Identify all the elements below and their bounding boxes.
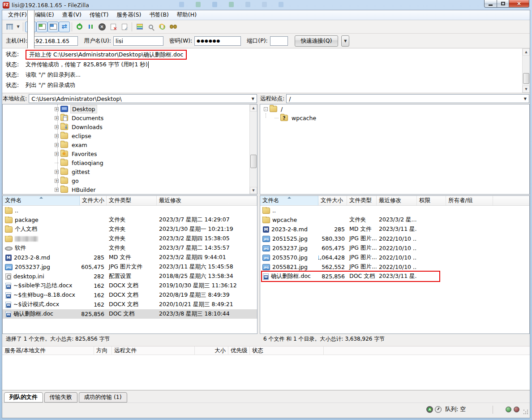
resize-grip[interactable] <box>523 410 529 415</box>
process-queue-button[interactable] <box>85 22 96 32</box>
file-row[interactable]: ~$设计模式.docx 162 DOCX 文档 2020/10/21 星期三 8… <box>3 300 257 309</box>
tree-item-wpcache[interactable]: wpcache <box>260 113 529 122</box>
tab-successful-transfers[interactable]: 成功的传输 (1) <box>79 392 127 403</box>
maximize-button[interactable] <box>497 0 509 8</box>
tree-item-desktop[interactable]: Desktop <box>3 104 257 113</box>
disconnect-button[interactable] <box>107 22 119 32</box>
minimize-button[interactable] <box>484 0 497 8</box>
expand-icon[interactable] <box>55 188 59 192</box>
queue-column-direction[interactable]: 方向 <box>94 346 112 355</box>
reconnect-button[interactable] <box>119 22 130 32</box>
tree-item-gittest[interactable]: gittest <box>3 167 257 176</box>
menu-help[interactable]: 帮助(H) <box>173 10 201 20</box>
expand-icon[interactable] <box>55 152 59 156</box>
toggle-remote-tree-button[interactable] <box>47 22 59 32</box>
close-button[interactable]: × <box>509 0 529 8</box>
expand-icon[interactable] <box>55 134 59 138</box>
file-row[interactable]: ~$sible学习总结.docx 162 DOCX 文档 2019/10/30 … <box>3 281 257 290</box>
scroll-down-icon[interactable]: ▼ <box>250 187 257 194</box>
queue-column-size[interactable]: 大小 <box>195 346 228 355</box>
expand-icon[interactable] <box>55 179 59 183</box>
log-scrollbar[interactable]: ▲ ▼ <box>522 48 530 93</box>
host-input[interactable] <box>30 36 78 46</box>
synchronized-browsing-button[interactable] <box>156 22 167 32</box>
tree-item-favorites[interactable]: Favorites <box>3 149 257 158</box>
column-header-filesize[interactable]: 文件大小 <box>318 196 347 205</box>
file-row[interactable]: wpcache 文件夹 2023/3/2 星... <box>260 215 529 225</box>
quickconnect-dropdown[interactable]: ▼ <box>341 35 349 47</box>
tree-item-documents[interactable]: Documents <box>3 113 257 122</box>
file-row[interactable]: 2023-2-8.md 285 MD 文件 2023/3/2 星期四 9:44:… <box>3 253 257 262</box>
file-row[interactable]: 文件夹 2023/3/2 星期四 15:38:05 <box>3 234 257 243</box>
expand-icon[interactable] <box>55 125 59 129</box>
queue-column-status[interactable]: 状态 <box>250 346 324 355</box>
toggle-log-view-button[interactable] <box>25 22 36 32</box>
quickconnect-button[interactable]: 快速连接(Q) <box>295 35 339 47</box>
column-header-filename[interactable]: 文件名 <box>3 196 80 205</box>
find-files-button[interactable] <box>167 22 179 32</box>
file-row-uploaded[interactable]: 确认删除框.doc 825,856 DOC 文档 2023/3/11 星... <box>260 272 529 281</box>
local-site-combobox[interactable]: C:\Users\Administrator\Desktop\ ▼ <box>29 94 257 103</box>
queue-column-priority[interactable]: 优先级 <box>228 346 250 355</box>
queue-column-server-local[interactable]: 服务器/本地文件 <box>2 346 94 355</box>
tree-item-downloads[interactable]: Downloads <box>3 122 257 131</box>
file-row[interactable]: 2051525.jpg 580,330 JPG 图片... 2022/10/10… <box>260 234 529 243</box>
column-header-owner[interactable]: 所有者/组 <box>446 196 493 205</box>
tree-item-go[interactable]: go <box>3 176 257 185</box>
column-header-filetype[interactable]: 文件类型 <box>347 196 377 205</box>
file-row[interactable]: .. <box>260 206 529 215</box>
scroll-up-icon[interactable]: ▲ <box>523 48 530 56</box>
expand-icon[interactable] <box>55 170 59 174</box>
local-tree-scrollbar[interactable]: ▲ ▼ <box>249 104 257 194</box>
tree-item-exam[interactable]: exam <box>3 140 257 149</box>
tab-queued-files[interactable]: 列队的文件 <box>4 392 43 403</box>
toggle-local-tree-button[interactable] <box>36 22 47 32</box>
file-row[interactable]: 2055821.jpg 562,552 JPG 图片... 2022/10/10… <box>260 262 529 272</box>
queue-list-empty[interactable] <box>2 355 530 390</box>
file-row[interactable]: 软件 文件夹 2023/3/7 星期二 14:35:57 <box>3 243 257 253</box>
file-row[interactable]: 2023-2-8.md 285 MD 文件 2023/3/11 星... <box>260 225 529 234</box>
scroll-up-icon[interactable]: ▲ <box>250 104 257 112</box>
file-row[interactable]: 个人文档 文件夹 2023/1/30 星期一 10:21:19 <box>3 225 257 234</box>
scroll-down-icon[interactable]: ▼ <box>523 86 530 93</box>
file-row-selected[interactable]: 确认删除框.doc 825,856 DOC 文档 2023/3/8 星期三 18… <box>3 309 257 319</box>
transfer-mode-gear-icon[interactable]: A <box>426 406 433 413</box>
menu-bookmarks[interactable]: 书签(B) <box>146 10 173 20</box>
file-row[interactable]: 2053237.jpg 605,475 JPG 图片... 2022/10/10… <box>260 243 529 253</box>
tree-item-root[interactable]: / <box>260 104 529 113</box>
scrollbar-thumb[interactable] <box>250 155 257 168</box>
tab-failed-transfers[interactable]: 传输失败 <box>44 392 77 403</box>
file-row[interactable]: desktop.ini 282 配置设置 2018/8/25 星期六 13:58… <box>3 272 257 281</box>
port-input[interactable] <box>270 36 288 46</box>
site-manager-dropdown[interactable]: ▼ <box>15 22 21 32</box>
chevron-down-icon[interactable]: ▼ <box>524 97 527 101</box>
tree-item-hbuilder[interactable]: HBuilder <box>3 185 257 194</box>
file-row[interactable]: 2053570.jpg 1,064,428 JPG 图片... 2022/10/… <box>260 253 529 262</box>
filename-filters-button[interactable] <box>145 22 156 32</box>
toggle-queue-button[interactable]: ⇄ <box>59 22 70 32</box>
column-header-filetype[interactable]: 文件类型 <box>107 196 157 205</box>
column-header-modified[interactable]: 最近修改 <box>157 196 257 205</box>
expand-icon[interactable] <box>55 116 59 120</box>
menu-transfer[interactable]: 传输(T) <box>86 10 112 20</box>
directory-comparison-button[interactable] <box>134 22 145 32</box>
menu-edit[interactable]: 编辑(E) <box>31 10 58 20</box>
site-manager-button[interactable] <box>4 22 15 32</box>
username-input[interactable] <box>113 36 163 46</box>
queue-column-remote-file[interactable]: 远程文件 <box>112 346 195 355</box>
remote-site-combobox[interactable]: / ▼ <box>286 94 529 103</box>
chevron-down-icon[interactable]: ▼ <box>252 97 254 101</box>
tree-item-eclipse[interactable]: eclipse <box>3 131 257 140</box>
file-row[interactable]: package 文件夹 2023/3/7 星期二 14:29:07 <box>3 215 257 225</box>
password-input[interactable] <box>194 36 241 46</box>
file-row[interactable]: ~$生鲜bug--8.18.docx 162 DOCX 文档 2020/8/19… <box>3 290 257 300</box>
cancel-operation-button[interactable]: × <box>96 22 107 32</box>
column-header-modified[interactable]: 最近修改 <box>377 196 417 205</box>
tree-item-fotiaoqiang[interactable]: fotiaoqiang <box>3 158 257 167</box>
column-header-permissions[interactable]: 权限 <box>417 196 446 205</box>
expand-icon[interactable] <box>55 107 59 111</box>
scrollbar-thumb[interactable] <box>523 73 529 84</box>
file-row[interactable]: 2053237.jpg 605,475 JPG 图片文件 2023/3/11 星… <box>3 262 257 272</box>
menu-view[interactable]: 查看(V) <box>58 10 86 20</box>
refresh-button[interactable] <box>74 22 85 32</box>
